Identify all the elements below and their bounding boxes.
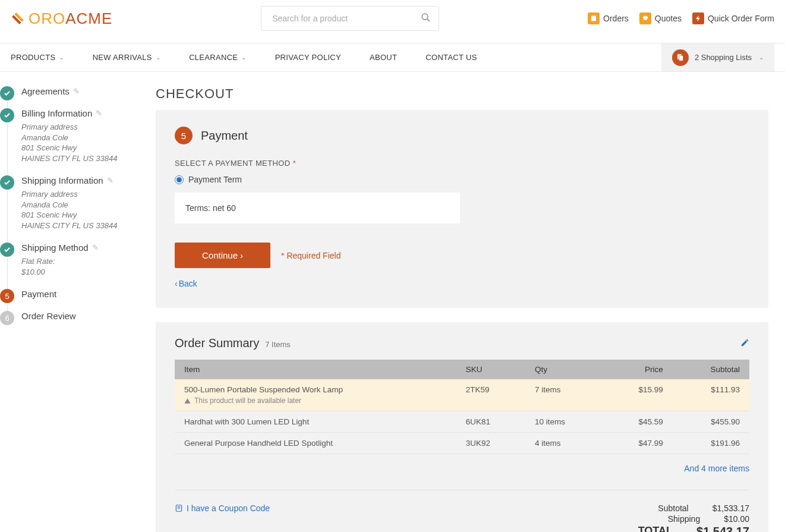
more-items-link[interactable]: And 4 more items (684, 464, 749, 473)
table-row: General Purpose Handheld LED Spotlight 3… (175, 433, 749, 454)
quick-order-link[interactable]: Quick Order Form (692, 12, 774, 24)
nav-item[interactable]: ABOUT (370, 43, 397, 71)
step-shipping[interactable]: Shipping Information ✎ Primary addressAm… (0, 175, 138, 243)
quick-order-label: Quick Order Form (708, 14, 774, 23)
logo[interactable]: OROACME (11, 10, 112, 28)
search-input[interactable] (261, 6, 439, 31)
step-label: Agreements (21, 86, 70, 96)
order-summary-count: 7 Items (265, 340, 291, 349)
item-subtotal: $191.96 (673, 433, 749, 454)
check-icon (0, 243, 14, 257)
continue-label: Continue (202, 250, 238, 260)
item-name: 500-Lumen Portable Suspended Work Lamp (184, 385, 447, 394)
edit-icon[interactable]: ✎ (73, 87, 80, 96)
th-price: Price (604, 360, 673, 379)
required-field-note: * Required Field (281, 251, 341, 260)
quotes-label: Quotes (655, 14, 682, 23)
step-detail-line: 801 Scenic Hwy (21, 143, 138, 153)
step-label: Shipping Method (21, 243, 89, 253)
item-sku: 3UK92 (456, 433, 525, 454)
check-icon (0, 86, 14, 100)
check-icon (0, 175, 14, 190)
svg-rect-4 (591, 16, 596, 21)
continue-button[interactable]: Continue › (175, 243, 270, 268)
warning-icon (184, 398, 191, 404)
step-billing[interactable]: Billing Information ✎ Primary addressAma… (0, 108, 138, 175)
order-summary-title: Order Summary (175, 336, 259, 350)
th-qty: Qty (525, 360, 604, 379)
step-payment[interactable]: 5 Payment (0, 289, 138, 311)
subtotal-value: $1,533.17 (713, 503, 749, 513)
table-row: 500-Lumen Portable Suspended Work LampTh… (175, 379, 749, 411)
payment-option-label: Payment Term (188, 175, 242, 184)
edit-icon[interactable]: ✎ (107, 176, 114, 185)
edit-icon[interactable]: ✎ (92, 243, 99, 252)
item-qty: 7 items (525, 379, 604, 411)
chevron-down-icon: ⌄ (241, 54, 246, 61)
edit-icon[interactable]: ✎ (96, 109, 102, 118)
step-label: Shipping Information (21, 175, 103, 185)
logo-icon (11, 11, 25, 26)
subtotal-label: Subtotal (647, 503, 689, 513)
chevron-left-icon: ‹ (175, 279, 178, 288)
coupon-link[interactable]: I have a Coupon Code (175, 503, 270, 513)
search-icon[interactable] (421, 12, 431, 23)
item-sku: 6UK81 (456, 411, 525, 433)
chevron-down-icon: ⌄ (59, 54, 64, 61)
step-detail-line: $10.00 (21, 267, 138, 278)
svg-line-3 (427, 19, 430, 21)
item-warning: This product will be available later (194, 396, 301, 405)
edit-summary-icon[interactable] (740, 338, 749, 347)
payment-option-row[interactable]: Payment Term (175, 175, 749, 184)
step-label: Order Review (21, 311, 76, 321)
logo-text-1: ORO (29, 10, 65, 27)
coupon-icon (175, 504, 183, 512)
shipping-value: $10.00 (724, 514, 749, 524)
step-review[interactable]: 6 Order Review (0, 311, 138, 333)
total-value: $1,543.17 (696, 525, 749, 532)
step-detail-line: Primary address (21, 122, 138, 133)
step-label: Payment (21, 289, 56, 299)
coupon-label: I have a Coupon Code (187, 503, 270, 513)
panel-step-title: Payment (201, 129, 248, 143)
orders-icon (588, 12, 600, 24)
back-link[interactable]: ‹ Back (175, 279, 197, 288)
shopping-lists-button[interactable]: 2 Shopping Lists ⌄ (661, 43, 774, 71)
step-detail-line: HAINES CITY FL US 33844 (21, 221, 138, 231)
quotes-link[interactable]: Quotes (639, 12, 682, 24)
svg-point-2 (422, 14, 428, 20)
step-detail-line: Flat Rate: (21, 256, 138, 267)
item-sku: 2TK59 (456, 379, 525, 411)
nav-item[interactable]: NEW ARRIVALS⌄ (93, 43, 160, 71)
nav-item[interactable]: CLEARANCE⌄ (189, 43, 246, 71)
th-item: Item (175, 360, 456, 379)
step-detail-line: HAINES CITY FL US 33844 (21, 153, 138, 164)
quotes-icon (639, 12, 651, 24)
nav-item[interactable]: PRIVACY POLICY (275, 43, 341, 71)
field-label: SELECT A PAYMENT METHOD (175, 159, 291, 168)
table-row: Hardhat with 300 Lumen LED Light 6UK81 1… (175, 411, 749, 433)
step-label: Billing Information (21, 108, 92, 118)
step-detail-line: Amanda Cole (21, 133, 138, 143)
payment-term-radio[interactable] (175, 175, 184, 184)
step-detail-line: 801 Scenic Hwy (21, 210, 138, 221)
required-asterisk: * (293, 159, 296, 168)
item-qty: 4 items (525, 433, 604, 454)
nav-item[interactable]: PRODUCTS⌄ (11, 43, 64, 71)
item-name: Hardhat with 300 Lumen LED Light (184, 417, 447, 426)
step-agreements[interactable]: Agreements ✎ (0, 86, 138, 108)
nav-item[interactable]: CONTACT US (425, 43, 477, 71)
chevron-down-icon: ⌄ (759, 54, 764, 61)
item-price: $15.99 (604, 379, 673, 411)
chevron-right-icon: › (240, 250, 243, 260)
step-detail-line: Primary address (21, 189, 138, 200)
page-title: CHECKOUT (156, 86, 768, 102)
panel-step-number: 5 (175, 127, 193, 144)
item-price: $45.59 (604, 411, 673, 433)
orders-link[interactable]: Orders (588, 12, 629, 24)
bolt-icon (692, 12, 704, 24)
chevron-down-icon: ⌄ (156, 54, 160, 61)
step-shipmethod[interactable]: Shipping Method ✎ Flat Rate:$10.00 (0, 243, 138, 289)
item-subtotal: $111.93 (673, 379, 749, 411)
th-sku: SKU (456, 360, 525, 379)
